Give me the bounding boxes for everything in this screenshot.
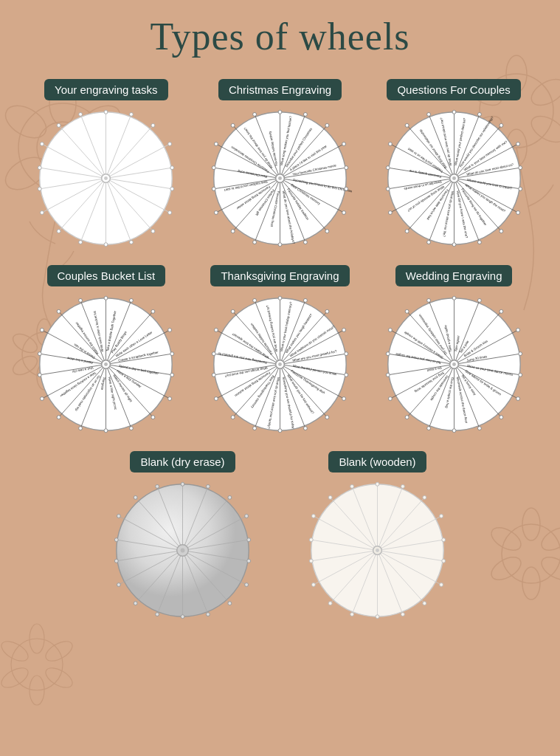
svg-point-234 [38, 352, 42, 356]
svg-point-280 [345, 373, 348, 377]
wheel-your-engraving [34, 106, 178, 250]
svg-point-421 [309, 559, 313, 563]
wheel-blank-wooden [305, 478, 449, 622]
svg-point-63 [130, 241, 134, 244]
svg-point-229 [104, 429, 108, 433]
svg-point-228 [130, 427, 134, 430]
wheel-christmas: What song makes you feel festive? Descri… [208, 106, 352, 250]
svg-point-125 [214, 142, 218, 146]
wheel-label-christmas[interactable]: Christmas Engraving [218, 79, 342, 100]
svg-point-67 [41, 211, 44, 215]
svg-point-281 [342, 397, 346, 401]
wheel-label-questions-couples[interactable]: Questions For Couples [387, 79, 520, 100]
svg-point-166 [477, 112, 481, 116]
wheel-label-thanksgiving[interactable]: Thanksgiving Engraving [210, 265, 349, 286]
svg-point-347 [426, 298, 430, 302]
svg-point-372 [245, 515, 249, 518]
svg-point-376 [228, 602, 232, 605]
svg-point-111 [303, 112, 307, 116]
svg-point-292 [253, 298, 257, 302]
svg-point-235 [41, 329, 44, 332]
svg-point-423 [311, 515, 315, 518]
svg-point-124 [212, 166, 215, 170]
svg-point-123 [212, 187, 215, 190]
svg-point-181 [405, 123, 409, 127]
svg-point-339 [452, 429, 456, 433]
svg-point-220 [104, 296, 108, 300]
wheel-cell-questions-couples: Questions For Couples [370, 79, 538, 250]
svg-point-119 [278, 243, 282, 247]
svg-point-64 [104, 243, 108, 247]
svg-point-382 [114, 559, 118, 563]
svg-point-379 [156, 613, 159, 616]
svg-point-115 [345, 187, 348, 190]
svg-point-168 [516, 142, 519, 146]
svg-point-55 [104, 110, 108, 114]
svg-point-369 [181, 482, 184, 486]
svg-point-415 [423, 602, 426, 605]
svg-point-409 [401, 484, 404, 488]
wheel-label-blank-wooden[interactable]: Blank (wooden) [328, 451, 426, 472]
svg-point-34 [0, 664, 31, 691]
svg-point-232 [41, 397, 44, 401]
svg-point-291 [231, 309, 235, 313]
svg-point-120 [253, 241, 257, 244]
svg-point-417 [376, 615, 379, 619]
svg-point-425 [350, 484, 354, 488]
svg-point-287 [214, 397, 218, 401]
svg-point-341 [405, 416, 409, 419]
svg-point-416 [401, 613, 404, 616]
svg-point-65 [79, 241, 83, 244]
page-title: Types of wheels [22, 15, 538, 58]
svg-point-342 [388, 397, 392, 401]
svg-point-33 [30, 676, 44, 705]
svg-point-286 [231, 416, 235, 419]
svg-point-122 [214, 211, 218, 215]
svg-point-58 [168, 142, 172, 146]
svg-point-385 [134, 495, 137, 499]
svg-point-69 [38, 166, 42, 170]
svg-point-334 [518, 352, 522, 356]
svg-point-418 [350, 613, 354, 616]
svg-point-118 [303, 241, 307, 244]
svg-point-370 [206, 484, 210, 488]
svg-point-175 [426, 241, 430, 244]
wheel-label-wedding[interactable]: Wedding Engraving [395, 265, 513, 286]
svg-point-340 [426, 427, 430, 430]
svg-point-177 [388, 211, 392, 215]
svg-point-275 [278, 296, 282, 300]
svg-point-276 [303, 298, 307, 302]
svg-point-294 [278, 362, 282, 366]
svg-point-333 [516, 329, 519, 332]
svg-point-412 [442, 538, 446, 542]
svg-point-226 [168, 397, 172, 401]
svg-point-420 [311, 583, 315, 587]
svg-point-174 [452, 243, 456, 247]
wheel-wedding: Spin again! Tell a joke Bride & Groom ki… [382, 292, 526, 436]
svg-point-424 [328, 495, 332, 499]
svg-point-374 [247, 559, 251, 563]
svg-point-345 [388, 329, 392, 332]
svg-point-284 [278, 429, 282, 433]
wheel-label-blank-dry-erase[interactable]: Blank (dry erase) [130, 451, 235, 472]
svg-point-71 [58, 123, 61, 127]
svg-point-224 [170, 352, 174, 356]
svg-point-237 [79, 298, 83, 302]
svg-point-283 [303, 427, 307, 430]
svg-point-180 [388, 142, 392, 146]
wheel-label-couples-bucket[interactable]: Couples Bucket List [47, 265, 166, 286]
svg-point-61 [168, 211, 172, 215]
svg-point-239 [104, 362, 108, 366]
svg-point-225 [170, 373, 174, 377]
wheel-label-your-engraving[interactable]: Your engraving tasks [44, 79, 168, 100]
svg-point-410 [423, 495, 426, 499]
svg-point-169 [518, 166, 522, 170]
svg-point-66 [58, 230, 61, 233]
svg-point-332 [499, 309, 503, 313]
wheel-cell-your-engraving: Your engraving tasks [22, 79, 190, 250]
svg-point-62 [151, 230, 155, 233]
svg-point-56 [130, 112, 134, 116]
svg-point-227 [151, 416, 155, 419]
svg-point-414 [440, 583, 443, 587]
svg-point-32 [43, 664, 76, 691]
